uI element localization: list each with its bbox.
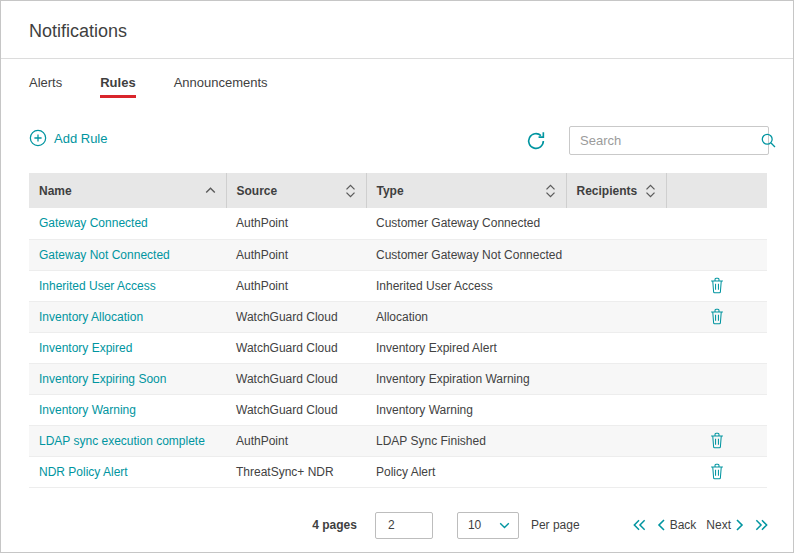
per-page-select[interactable]: 10	[457, 512, 519, 539]
rule-type: Inventory Expiration Warning	[366, 363, 566, 394]
rule-name-link[interactable]: NDR Policy Alert	[39, 465, 128, 479]
search-input[interactable]	[570, 133, 760, 148]
table-row: Inherited User Access AuthPoint Inherite…	[29, 270, 767, 301]
table-row: LDAP sync execution complete AuthPoint L…	[29, 425, 767, 456]
tab-bar: Alerts Rules Announcements	[29, 75, 268, 98]
table-header-row: Name Source Type Recipients	[29, 173, 767, 208]
column-label: Name	[39, 184, 72, 198]
toolbar: Add Rule	[29, 126, 769, 156]
table-row: Inventory Warning WatchGuard Cloud Inven…	[29, 394, 767, 425]
first-page-button[interactable]	[632, 518, 647, 532]
table-row: Inventory Expiring Soon WatchGuard Cloud…	[29, 363, 767, 394]
column-header-actions	[666, 173, 767, 208]
rule-recipients	[566, 270, 666, 301]
search-box	[569, 126, 769, 155]
tab-alerts[interactable]: Alerts	[29, 75, 62, 98]
table-row: Gateway Not Connected AuthPoint Customer…	[29, 239, 767, 270]
rule-source: AuthPoint	[226, 239, 366, 270]
back-label: Back	[670, 518, 697, 532]
refresh-icon	[525, 130, 547, 152]
rule-source: AuthPoint	[226, 270, 366, 301]
rule-type: Inventory Warning	[366, 394, 566, 425]
rule-source: WatchGuard Cloud	[226, 363, 366, 394]
next-label: Next	[706, 518, 731, 532]
double-chevron-left-icon	[632, 518, 647, 532]
column-label: Source	[237, 184, 278, 198]
rule-recipients	[566, 425, 666, 456]
add-rule-button[interactable]: Add Rule	[29, 129, 107, 147]
table-row: Inventory Expired WatchGuard Cloud Inven…	[29, 332, 767, 363]
delete-rule-button[interactable]	[705, 306, 729, 327]
rule-type: Inventory Expired Alert	[366, 332, 566, 363]
rule-name-link[interactable]: Inherited User Access	[39, 279, 156, 293]
rule-recipients	[566, 456, 666, 487]
sort-both-icon	[645, 184, 656, 198]
last-page-button[interactable]	[754, 518, 769, 532]
rule-type: Customer Gateway Connected	[366, 208, 566, 239]
delete-rule-button[interactable]	[705, 461, 729, 482]
table-row: Gateway Connected AuthPoint Customer Gat…	[29, 208, 767, 239]
rule-name-link[interactable]: Inventory Expiring Soon	[39, 372, 166, 386]
rule-name-link[interactable]: LDAP sync execution complete	[39, 434, 205, 448]
column-header-source[interactable]: Source	[226, 173, 366, 208]
rule-recipients	[566, 208, 666, 239]
page-title: Notifications	[29, 21, 127, 42]
column-label: Recipients	[577, 184, 638, 198]
plus-circle-icon	[29, 129, 47, 147]
trash-icon	[709, 432, 725, 449]
rule-name-link[interactable]: Inventory Expired	[39, 341, 132, 355]
sort-asc-icon	[205, 187, 216, 194]
double-chevron-right-icon	[754, 518, 769, 532]
title-divider	[1, 58, 793, 59]
rule-name-link[interactable]: Gateway Not Connected	[39, 248, 170, 262]
chevron-down-icon	[499, 522, 510, 529]
delete-rule-button[interactable]	[705, 275, 729, 296]
pager-nav: Back Next	[632, 518, 769, 532]
delete-rule-button[interactable]	[705, 430, 729, 451]
rule-type: Inherited User Access	[366, 270, 566, 301]
column-header-recipients[interactable]: Recipients	[566, 173, 666, 208]
rule-source: ThreatSync+ NDR	[226, 456, 366, 487]
rule-name-link[interactable]: Inventory Warning	[39, 403, 136, 417]
rule-type: LDAP Sync Finished	[366, 425, 566, 456]
next-page-button[interactable]: Next	[706, 518, 744, 532]
per-page-value: 10	[468, 518, 481, 532]
column-header-name[interactable]: Name	[29, 173, 226, 208]
refresh-button[interactable]	[525, 130, 547, 152]
rules-table: Name Source Type Recipients	[29, 173, 767, 488]
rule-source: WatchGuard Cloud	[226, 394, 366, 425]
rule-recipients	[566, 394, 666, 425]
search-icon[interactable]	[760, 132, 777, 149]
rule-type: Customer Gateway Not Connected	[366, 239, 566, 270]
rule-name-link[interactable]: Gateway Connected	[39, 216, 148, 230]
rule-type: Policy Alert	[366, 456, 566, 487]
table-row: Inventory Allocation WatchGuard Cloud Al…	[29, 301, 767, 332]
trash-icon	[709, 463, 725, 480]
tab-announcements[interactable]: Announcements	[174, 75, 268, 98]
column-label: Type	[377, 184, 404, 198]
tab-rules[interactable]: Rules	[100, 75, 135, 98]
sort-both-icon	[345, 184, 356, 198]
add-rule-label: Add Rule	[54, 131, 107, 146]
rule-name-link[interactable]: Inventory Allocation	[39, 310, 143, 324]
rule-source: AuthPoint	[226, 208, 366, 239]
current-page-input[interactable]	[375, 512, 433, 539]
trash-icon	[709, 308, 725, 325]
rule-type: Allocation	[366, 301, 566, 332]
rule-recipients	[566, 332, 666, 363]
trash-icon	[709, 277, 725, 294]
chevron-right-icon	[735, 518, 744, 532]
chevron-left-icon	[657, 518, 666, 532]
back-page-button[interactable]: Back	[657, 518, 697, 532]
rule-recipients	[566, 239, 666, 270]
rule-recipients	[566, 301, 666, 332]
sort-both-icon	[545, 184, 556, 198]
rule-source: WatchGuard Cloud	[226, 332, 366, 363]
per-page-label: Per page	[531, 518, 580, 532]
rule-source: WatchGuard Cloud	[226, 301, 366, 332]
rule-source: AuthPoint	[226, 425, 366, 456]
pages-count-label: 4 pages	[312, 518, 357, 532]
table-row: NDR Policy Alert ThreatSync+ NDR Policy …	[29, 456, 767, 487]
column-header-type[interactable]: Type	[366, 173, 566, 208]
rule-recipients	[566, 363, 666, 394]
